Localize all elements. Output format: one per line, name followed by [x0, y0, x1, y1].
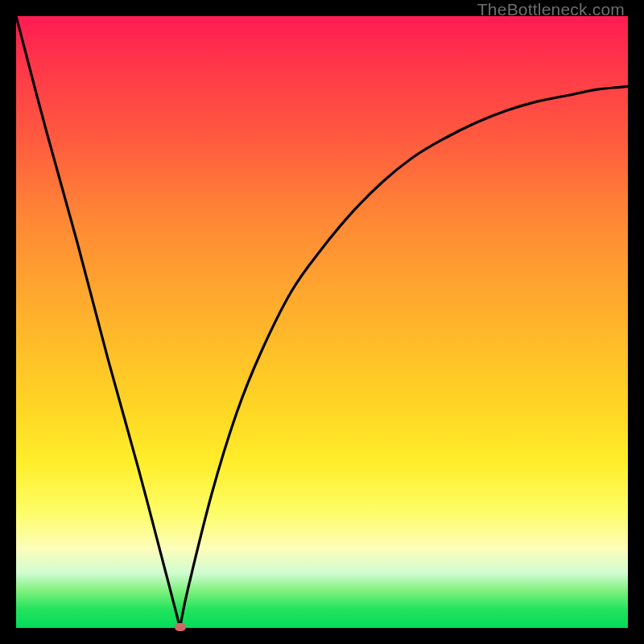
plot-area — [16, 16, 628, 628]
bottleneck-curve — [16, 16, 628, 628]
curve-path — [16, 16, 628, 628]
chart-frame: TheBottleneck.com — [0, 0, 644, 644]
minimum-marker — [175, 623, 186, 631]
watermark-text: TheBottleneck.com — [477, 0, 625, 19]
